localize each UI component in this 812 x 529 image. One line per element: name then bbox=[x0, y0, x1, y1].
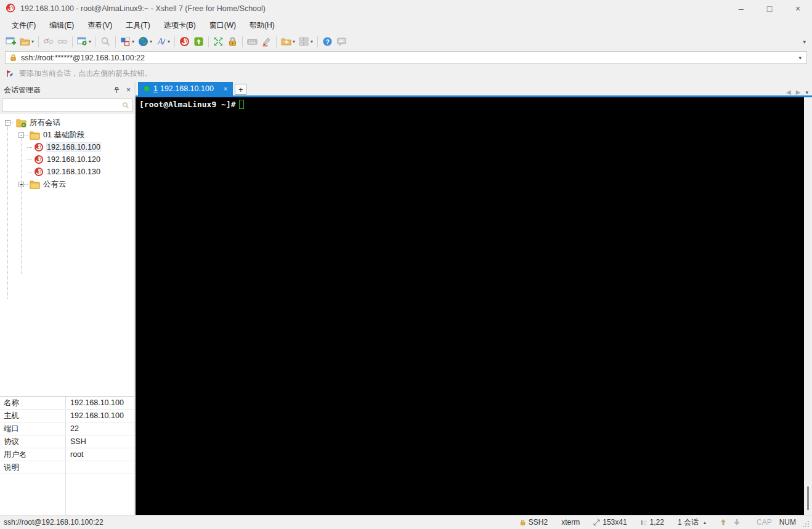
xshell-launch-button[interactable] bbox=[177, 34, 192, 49]
session-properties-button[interactable]: ▾ bbox=[75, 34, 93, 49]
new-session-button[interactable] bbox=[4, 34, 18, 49]
address-dropdown[interactable]: ▾ bbox=[797, 55, 803, 61]
xftp-launch-button[interactable] bbox=[192, 34, 206, 49]
tree-label-session-100[interactable]: 192.168.10.100 bbox=[47, 143, 100, 151]
panel-close-icon[interactable]: × bbox=[126, 86, 131, 94]
session-manager-panel: 会话管理器 × - 所有会话 bbox=[0, 82, 136, 515]
open-folder-icon bbox=[20, 36, 30, 47]
toolbar: ▾ ▾ ▾ ▾ A ▾ bbox=[0, 33, 812, 50]
close-button[interactable]: × bbox=[784, 0, 812, 17]
new-folder-button[interactable]: ▾ bbox=[279, 34, 297, 49]
lock-screen-button[interactable] bbox=[225, 34, 240, 49]
add-folder-icon bbox=[281, 36, 291, 47]
open-session-dropdown[interactable]: ▾ bbox=[31, 39, 34, 44]
resize-grip[interactable] bbox=[802, 520, 810, 528]
tab-list-dropdown[interactable]: ▾ bbox=[805, 89, 808, 95]
open-session-button[interactable]: ▾ bbox=[18, 34, 36, 49]
properties-filler bbox=[0, 474, 134, 515]
info-bar: 要添加当前会话，点击左侧的箭头按钮。 bbox=[0, 65, 812, 82]
tree-label-session-120[interactable]: 192.168.10.120 bbox=[47, 155, 100, 164]
session-properties-icon bbox=[77, 36, 87, 47]
screen-size-label: 153x41 bbox=[603, 518, 627, 527]
minimize-button[interactable]: – bbox=[727, 0, 755, 17]
property-label: 协议 bbox=[0, 435, 66, 448]
fullscreen-button[interactable] bbox=[211, 34, 225, 49]
arrow-up-icon bbox=[720, 519, 727, 526]
font-size-down-button[interactable] bbox=[733, 519, 743, 526]
compose-pane-dropdown[interactable]: ▾ bbox=[132, 39, 134, 44]
address-lock-icon bbox=[9, 54, 17, 62]
status-session-count[interactable]: 1 会话 ▴ bbox=[678, 517, 706, 528]
maximize-button[interactable]: □ bbox=[755, 0, 784, 17]
help-button[interactable]: ? bbox=[320, 34, 335, 49]
menu-tabs[interactable]: 选项卡(B) bbox=[157, 18, 203, 33]
address-field[interactable]: ssh://root:******@192.168.10.100:22 ▾ bbox=[5, 51, 807, 64]
tab-session-100[interactable]: 1 192.168.10.100 × bbox=[138, 82, 233, 95]
address-bar: ssh://root:******@192.168.10.100:22 ▾ bbox=[0, 50, 812, 65]
terminal-scrollbar[interactable] bbox=[804, 97, 812, 515]
expand-icon[interactable]: + bbox=[18, 182, 24, 187]
font-button[interactable]: A ▾ bbox=[154, 34, 172, 49]
protocol-label: SSH2 bbox=[529, 518, 548, 527]
address-url[interactable]: ssh://root:******@192.168.10.100:22 bbox=[21, 54, 797, 62]
tile-layout-button[interactable]: ▾ bbox=[297, 34, 315, 49]
property-row-name: 名称 192.168.10.100 bbox=[0, 397, 134, 410]
tab-scroll-right-icon[interactable]: ▶ bbox=[796, 89, 801, 95]
reconnect-button[interactable] bbox=[55, 34, 70, 49]
highlight-button[interactable] bbox=[259, 34, 274, 49]
property-value: 192.168.10.100 bbox=[66, 398, 124, 407]
find-button[interactable] bbox=[99, 34, 113, 49]
tree-label-group-basic[interactable]: 01 基础阶段 bbox=[43, 130, 84, 140]
tab-close-icon[interactable]: × bbox=[224, 85, 227, 92]
toolbar-overflow-dropdown[interactable]: ▾ bbox=[803, 39, 808, 45]
tree-item-session-130[interactable]: 192.168.10.130 bbox=[0, 166, 134, 178]
disconnect-icon bbox=[43, 36, 54, 47]
menu-file[interactable]: 文件(F) bbox=[5, 18, 43, 33]
menu-edit[interactable]: 编辑(E) bbox=[43, 18, 81, 33]
font-dropdown[interactable]: ▾ bbox=[168, 39, 170, 44]
tree-item-all-sessions[interactable]: - 所有会话 bbox=[0, 116, 134, 129]
font-size-up-button[interactable] bbox=[720, 519, 729, 526]
property-row-username: 用户名 root bbox=[0, 448, 134, 461]
pin-icon[interactable] bbox=[113, 87, 120, 94]
tab-scroll-left-icon[interactable]: ◀ bbox=[786, 89, 791, 95]
tree-label-session-130[interactable]: 192.168.10.130 bbox=[47, 168, 100, 176]
menu-view[interactable]: 查看(V) bbox=[81, 18, 119, 33]
property-label: 用户名 bbox=[0, 448, 66, 461]
menu-window[interactable]: 窗口(W) bbox=[203, 18, 243, 33]
collapse-icon[interactable]: - bbox=[18, 132, 24, 138]
tree-item-session-120[interactable]: 192.168.10.120 bbox=[0, 153, 134, 166]
web-browser-button[interactable]: ▾ bbox=[136, 34, 154, 49]
session-count-dropdown[interactable]: ▴ bbox=[704, 520, 706, 525]
virtual-keyboard-button[interactable] bbox=[245, 34, 259, 49]
terminal-cursor bbox=[239, 100, 244, 109]
session-search-input[interactable] bbox=[2, 100, 122, 111]
new-tab-button[interactable]: + bbox=[235, 84, 246, 95]
new-folder-dropdown[interactable]: ▾ bbox=[293, 39, 295, 44]
feedback-button[interactable] bbox=[335, 34, 349, 49]
tree-item-session-100[interactable]: 192.168.10.100 bbox=[0, 141, 134, 153]
session-search-box[interactable] bbox=[2, 99, 132, 112]
scrollbar-thumb[interactable] bbox=[807, 487, 809, 510]
tree-item-group-basic[interactable]: - 01 基础阶段 bbox=[0, 129, 134, 141]
property-row-description: 说明 bbox=[0, 461, 134, 474]
disconnect-button[interactable] bbox=[41, 34, 55, 49]
menu-help[interactable]: 帮助(H) bbox=[243, 18, 282, 33]
property-row-port: 端口 22 bbox=[0, 422, 134, 435]
tree-item-group-cloud[interactable]: + 公有云 bbox=[0, 178, 134, 190]
tile-layout-icon bbox=[299, 36, 309, 47]
xshell-window: 192.168.10.100 - root@AlmaLinux9:~ - Xsh… bbox=[0, 0, 812, 529]
collapse-icon[interactable]: - bbox=[5, 120, 10, 126]
web-browser-dropdown[interactable]: ▾ bbox=[150, 39, 152, 44]
folder-icon bbox=[30, 180, 40, 189]
all-sessions-folder-icon bbox=[16, 118, 26, 127]
status-terminal-type[interactable]: xterm bbox=[561, 518, 580, 527]
session-properties-dropdown[interactable]: ▾ bbox=[89, 39, 91, 44]
menu-tools[interactable]: 工具(T) bbox=[119, 18, 156, 33]
terminal-area[interactable]: [root@AlmaLinux9 ~]# bbox=[136, 97, 812, 515]
tile-layout-dropdown[interactable]: ▾ bbox=[311, 39, 313, 44]
compose-pane-button[interactable]: ▾ bbox=[118, 34, 136, 49]
tree-label-all-sessions[interactable]: 所有会话 bbox=[30, 118, 60, 128]
terminal-screen[interactable]: [root@AlmaLinux9 ~]# bbox=[136, 97, 804, 515]
tree-label-group-cloud[interactable]: 公有云 bbox=[43, 179, 67, 190]
